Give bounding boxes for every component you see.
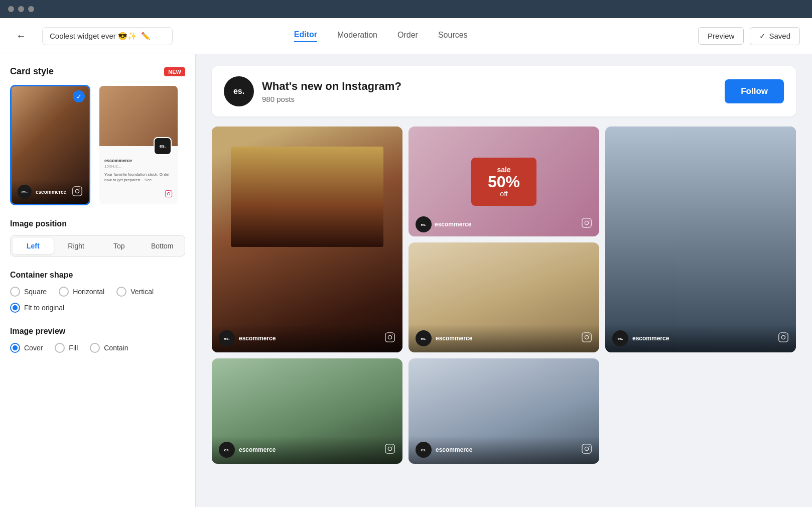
grid-item-fashion-overlay: es. escommerce xyxy=(605,324,796,352)
card1-insta-icon xyxy=(72,186,83,198)
grid-item-group-avatar: es. xyxy=(416,442,432,458)
svg-point-13 xyxy=(781,335,785,339)
shape-fit[interactable]: Flt to original xyxy=(10,303,64,313)
svg-point-17 xyxy=(589,334,589,335)
back-button[interactable]: ← xyxy=(12,28,30,44)
preview-fill[interactable]: Fill xyxy=(55,343,78,353)
svg-point-22 xyxy=(585,447,588,450)
card2-text: Your favorite foundation stock. Order no… xyxy=(104,172,173,183)
new-badge: NEW xyxy=(164,67,185,76)
preview-radio-group: Cover Fill Contain xyxy=(10,343,185,353)
shape-horizontal[interactable]: Horizontal xyxy=(59,287,104,297)
widget-title-input[interactable]: Coolest widget ever 😎✨ ✏️ xyxy=(42,27,173,45)
feed-header: es. What's new on Instagram? 980 posts F… xyxy=(212,66,796,116)
titlebar xyxy=(0,0,812,18)
grid-item-sale[interactable]: sale 50% off es. escommerce xyxy=(409,126,599,236)
svg-point-16 xyxy=(585,335,588,339)
grid-item-group[interactable]: es. escommerce xyxy=(409,358,599,464)
follow-button[interactable]: Follow xyxy=(725,79,784,103)
tab-order[interactable]: Order xyxy=(397,30,418,42)
card-option-2[interactable]: es. escommerce 15/04/2... Your favorite … xyxy=(98,85,179,205)
svg-point-8 xyxy=(392,334,392,335)
titlebar-dot-2 xyxy=(18,6,24,12)
grid-item-shoes[interactable]: es. escommerce xyxy=(409,242,599,352)
card-style-label: Card style xyxy=(10,66,54,77)
grid-item-portrait-username: escommerce xyxy=(239,335,276,342)
shape-square-label: Square xyxy=(24,288,47,296)
grid-item-fashion-insta-icon xyxy=(778,332,789,345)
svg-point-23 xyxy=(589,446,589,446)
grid-item-portrait[interactable]: es. escommerce xyxy=(212,126,402,352)
svg-point-11 xyxy=(589,220,589,220)
card2-name: escommerce xyxy=(104,158,173,163)
shape-vertical-radio[interactable] xyxy=(116,287,126,297)
svg-rect-9 xyxy=(582,218,591,227)
tab-editor[interactable]: Editor xyxy=(294,30,317,42)
grid-item-group-insta-icon xyxy=(581,443,592,456)
card-option-1[interactable]: es. escommerce ✓ xyxy=(10,85,90,205)
preview-fill-label: Fill xyxy=(69,344,78,352)
shape-square-radio[interactable] xyxy=(10,287,20,297)
svg-point-14 xyxy=(785,334,786,335)
card2-insta-icon xyxy=(165,190,173,199)
svg-rect-18 xyxy=(385,444,394,453)
sale-badge: sale 50% off xyxy=(471,158,536,206)
svg-point-10 xyxy=(585,221,588,224)
feed-avatar: es. xyxy=(224,76,254,106)
shape-horizontal-radio[interactable] xyxy=(59,287,69,297)
preview-contain[interactable]: Contain xyxy=(90,343,128,353)
grid-item-group-overlay: es. escommerce xyxy=(409,436,599,464)
grid-item-store-insta-icon xyxy=(384,443,395,456)
edit-icon[interactable]: ✏️ xyxy=(141,32,151,41)
svg-point-20 xyxy=(392,446,392,446)
svg-point-2 xyxy=(79,188,80,189)
tab-sources[interactable]: Sources xyxy=(438,30,468,42)
grid-item-group-username: escommerce xyxy=(436,446,472,453)
saved-label: Saved xyxy=(769,32,790,40)
grid-item-portrait-insta-icon xyxy=(384,332,395,345)
right-panel: es. What's new on Instagram? 980 posts F… xyxy=(196,54,812,507)
pos-left[interactable]: Left xyxy=(13,238,54,254)
pos-top[interactable]: Top xyxy=(99,238,140,254)
grid-item-store[interactable]: es. escommerce xyxy=(212,358,402,464)
feed-post-count: 980 posts xyxy=(262,95,401,103)
svg-point-4 xyxy=(167,193,170,195)
sidebar: Card style NEW es. escommerce xyxy=(0,54,196,507)
preview-cover-label: Cover xyxy=(24,344,43,352)
image-preview-label: Image preview xyxy=(10,327,185,336)
svg-rect-12 xyxy=(779,333,788,342)
grid-item-sale-insta-icon xyxy=(581,217,592,230)
preview-fill-radio[interactable] xyxy=(55,343,65,353)
preview-contain-radio[interactable] xyxy=(90,343,100,353)
grid-item-store-avatar: es. xyxy=(219,442,235,458)
card1-check: ✓ xyxy=(73,90,85,102)
grid-item-shoes-avatar: es. xyxy=(416,330,432,346)
preview-contain-label: Contain xyxy=(104,344,128,352)
pos-right[interactable]: Right xyxy=(56,238,97,254)
preview-button[interactable]: Preview xyxy=(698,27,744,45)
preview-cover[interactable]: Cover xyxy=(10,343,43,353)
tab-moderation[interactable]: Moderation xyxy=(337,30,377,42)
grid-item-shoes-username: escommerce xyxy=(436,335,472,342)
svg-point-19 xyxy=(388,447,391,450)
svg-rect-21 xyxy=(582,444,591,453)
feed-title: What's new on Instagram? xyxy=(262,80,401,93)
shape-vertical[interactable]: Vertical xyxy=(116,287,154,297)
svg-rect-6 xyxy=(385,333,394,342)
grid-item-fashion[interactable]: es. escommerce xyxy=(605,126,796,352)
grid-item-shoes-insta-icon xyxy=(581,332,592,345)
shape-fit-radio[interactable] xyxy=(10,303,20,313)
pos-bottom[interactable]: Bottom xyxy=(142,238,183,254)
shape-square[interactable]: Square xyxy=(10,287,47,297)
widget-title-text: Coolest widget ever 😎✨ xyxy=(50,32,137,41)
grid-item-sale-username: escommerce xyxy=(435,221,471,228)
card-style-section: Card style NEW xyxy=(10,66,185,77)
shape-horizontal-label: Horizontal xyxy=(73,288,104,296)
grid-item-sale-avatar: es. xyxy=(416,216,432,232)
svg-point-1 xyxy=(75,189,79,193)
preview-cover-radio[interactable] xyxy=(10,343,20,353)
svg-rect-0 xyxy=(73,186,82,195)
svg-rect-3 xyxy=(165,191,172,197)
saved-button[interactable]: ✓ Saved xyxy=(750,27,800,45)
feed-info: What's new on Instagram? 980 posts xyxy=(262,80,401,103)
